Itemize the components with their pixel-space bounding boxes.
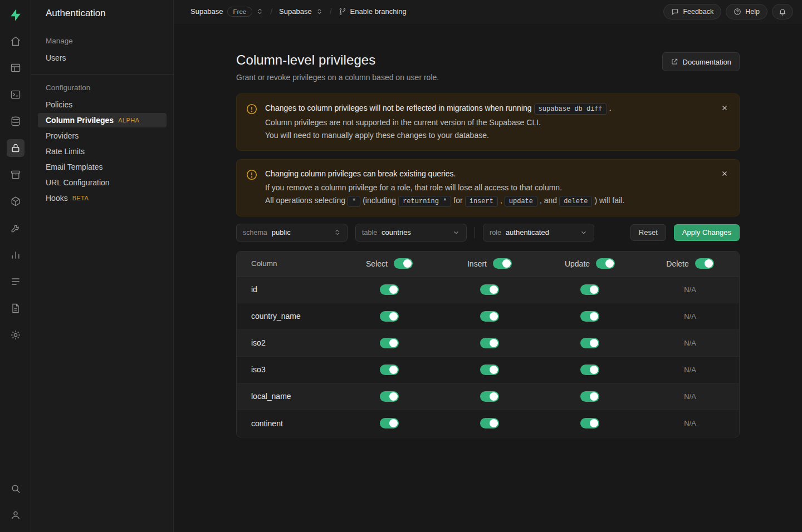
realtime-icon[interactable] xyxy=(7,219,25,237)
chevron-up-down-icon xyxy=(316,8,323,15)
insert-toggle[interactable] xyxy=(480,391,499,402)
sidebar-item-label: Rate Limits xyxy=(46,147,85,156)
org-selector[interactable]: Supabase Free xyxy=(190,7,263,17)
sidebar-item-rate-limits[interactable]: Rate Limits xyxy=(38,144,167,159)
update-toggle[interactable] xyxy=(580,284,599,295)
sidebar-item-hooks[interactable]: Hooks BETA xyxy=(38,191,167,205)
edge-functions-icon[interactable] xyxy=(7,193,25,210)
insert-toggle[interactable] xyxy=(480,284,499,295)
sidebar-item-policies[interactable]: Policies xyxy=(38,97,167,112)
search-icon[interactable] xyxy=(7,480,25,497)
delete-all-toggle[interactable] xyxy=(695,258,714,269)
code-chip: returning * xyxy=(398,196,451,207)
filter-row: schema public table countries role authe… xyxy=(236,224,740,242)
update-toggle[interactable] xyxy=(580,418,599,428)
sidebar-item-providers[interactable]: Providers xyxy=(38,129,167,143)
role-value: authenticated xyxy=(506,228,549,237)
help-circle-icon xyxy=(733,8,741,16)
page-subtitle: Grant or revoke privileges on a column b… xyxy=(236,73,439,82)
enable-branching-button[interactable]: Enable branching xyxy=(339,7,407,16)
insert-all-toggle[interactable] xyxy=(493,258,512,269)
sidebar-item-column-privileges[interactable]: Column Privileges ALPHA xyxy=(38,113,167,127)
banner-dismiss-button[interactable] xyxy=(717,166,732,181)
select-toggle[interactable] xyxy=(380,418,399,428)
documentation-label: Documentation xyxy=(683,58,731,66)
update-all-toggle[interactable] xyxy=(596,258,615,269)
delete-na: N/A xyxy=(640,392,740,401)
column-name: iso3 xyxy=(237,365,339,374)
banner-text: , and xyxy=(540,196,557,205)
table-editor-icon[interactable] xyxy=(7,59,25,77)
insert-toggle[interactable] xyxy=(480,418,499,428)
api-docs-icon[interactable] xyxy=(7,299,25,317)
plan-badge: Free xyxy=(227,7,253,17)
column-name: country_name xyxy=(237,312,339,321)
storage-icon[interactable] xyxy=(7,166,25,184)
role-select[interactable]: role authenticated xyxy=(483,224,594,242)
table-body: id N/A country_name N/A xyxy=(237,277,739,437)
authentication-icon[interactable] xyxy=(7,139,25,157)
delete-na: N/A xyxy=(640,339,740,347)
banner-text: . xyxy=(609,104,612,112)
code-chip: update xyxy=(505,196,537,207)
insert-cell xyxy=(439,391,540,402)
update-cell xyxy=(540,391,640,402)
select-toggle[interactable] xyxy=(380,311,399,322)
banner-text: , xyxy=(500,196,502,205)
feedback-button[interactable]: Feedback xyxy=(663,4,721,19)
logs-icon[interactable] xyxy=(7,273,25,290)
notifications-button[interactable] xyxy=(772,4,793,19)
select-cell xyxy=(339,364,439,375)
sidebar-item-url-configuration[interactable]: URL Configuration xyxy=(38,175,167,190)
delete-na: N/A xyxy=(640,312,740,321)
select-toggle[interactable] xyxy=(380,284,399,295)
reset-button[interactable]: Reset xyxy=(630,224,666,241)
update-header-label: Update xyxy=(565,259,590,268)
table-row: country_name N/A xyxy=(237,303,739,330)
user-profile-icon[interactable] xyxy=(7,506,25,524)
update-toggle[interactable] xyxy=(580,364,599,375)
enable-branching-label: Enable branching xyxy=(350,7,407,16)
insert-toggle[interactable] xyxy=(480,311,499,322)
schema-select[interactable]: schema public xyxy=(236,224,348,242)
project-selector[interactable]: Supabase xyxy=(279,7,323,16)
toggle-knob xyxy=(605,259,614,268)
insert-toggle[interactable] xyxy=(480,338,499,348)
sql-editor-icon[interactable] xyxy=(7,86,25,104)
select-header-label: Select xyxy=(366,259,388,268)
help-button[interactable]: Help xyxy=(726,4,767,19)
select-all-toggle[interactable] xyxy=(394,258,413,269)
git-branch-icon xyxy=(339,8,346,16)
documentation-button[interactable]: Documentation xyxy=(662,52,740,71)
page-header: Column-level privileges Grant or revoke … xyxy=(236,52,740,82)
app-root: Authentication Manage Users Configuratio… xyxy=(0,0,802,532)
toggle-knob xyxy=(490,419,498,427)
sidebar: Authentication Manage Users Configuratio… xyxy=(31,0,174,532)
apply-changes-button[interactable]: Apply Changes xyxy=(674,224,740,241)
select-toggle[interactable] xyxy=(380,338,399,348)
sidebar-item-email-templates[interactable]: Email Templates xyxy=(38,160,167,174)
settings-icon[interactable] xyxy=(7,326,25,344)
banner-body: Changes to column privileges will not be… xyxy=(265,102,612,141)
banner-text: for xyxy=(453,196,462,205)
chevron-down-icon xyxy=(452,229,460,237)
toggle-knob xyxy=(590,392,598,401)
insert-cell xyxy=(439,338,540,348)
insert-toggle[interactable] xyxy=(480,364,499,375)
update-toggle[interactable] xyxy=(580,391,599,402)
reports-icon[interactable] xyxy=(7,246,25,264)
select-toggle[interactable] xyxy=(380,391,399,402)
banner-dismiss-button[interactable] xyxy=(717,101,732,115)
database-icon[interactable] xyxy=(7,112,25,130)
update-toggle[interactable] xyxy=(580,338,599,348)
home-icon[interactable] xyxy=(7,32,25,50)
sidebar-title: Authentication xyxy=(31,0,173,29)
code-chip: supabase db diff xyxy=(534,104,607,115)
update-toggle[interactable] xyxy=(580,311,599,322)
sidebar-item-users[interactable]: Users xyxy=(38,51,167,65)
supabase-logo[interactable] xyxy=(6,6,25,24)
select-toggle[interactable] xyxy=(380,364,399,375)
break-queries-warning-banner: Changing column privileges can break exi… xyxy=(236,159,740,216)
table-select[interactable]: table countries xyxy=(355,224,467,242)
toggle-knob xyxy=(389,285,398,294)
